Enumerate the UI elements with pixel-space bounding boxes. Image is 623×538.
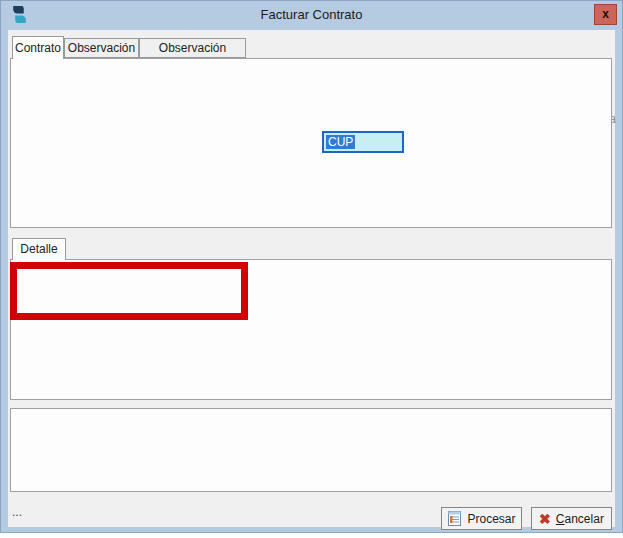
window-title: Facturar Contrato (0, 0, 623, 30)
tab-contrato[interactable]: Contrato (12, 36, 64, 59)
cancelar-label: Cancelar (556, 512, 604, 526)
footer-ellipsis-text: ... (12, 505, 22, 519)
cancel-x-icon: ✖ (539, 512, 551, 526)
tab-detalle[interactable]: Detalle (12, 238, 66, 260)
facturar-contrato-dialog: Facturar Contrato x Contrato Observación… (0, 0, 623, 538)
contrato-tab-page (10, 58, 612, 228)
procesar-label: Procesar (467, 512, 515, 526)
tipo-cbte-selected-text: CUP (326, 135, 355, 149)
app-logo-icon (10, 5, 29, 24)
tab-observacion[interactable]: Observación (64, 38, 139, 58)
process-document-icon (447, 511, 462, 526)
tab-observacion-factura[interactable]: Observación Factura (139, 38, 246, 58)
options-group (10, 408, 612, 492)
procesar-button[interactable]: Procesar (441, 507, 522, 530)
close-icon[interactable]: x (594, 4, 617, 25)
cancelar-button[interactable]: ✖ Cancelar (531, 507, 612, 530)
detalle-tab-page (10, 259, 612, 400)
tipo-cbte-input[interactable]: CUP (322, 131, 404, 153)
